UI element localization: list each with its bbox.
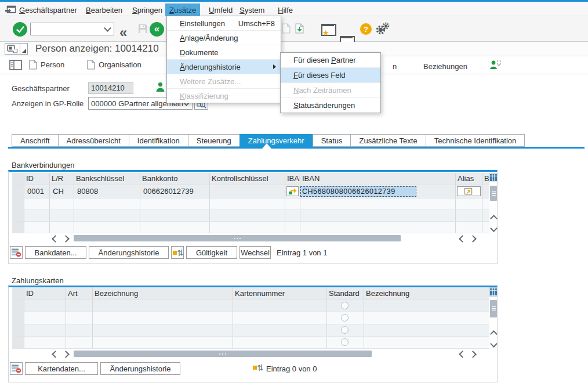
- bankdaten-button[interactable]: Bankdaten...: [25, 246, 86, 259]
- bank-cell-bankschluessel[interactable]: 80808: [75, 185, 98, 198]
- bank-col-bankkonto[interactable]: Bankkonto: [140, 173, 209, 185]
- menubar-item-umfeld[interactable]: Umfeld: [209, 6, 233, 15]
- tab-identifikation[interactable]: Identifikation: [129, 134, 188, 147]
- gueltigkeit-button[interactable]: Gültigkeit: [186, 246, 237, 259]
- help-button[interactable]: ?: [360, 23, 372, 35]
- corner-triangle-icon: [22, 49, 26, 53]
- bank-cell-lr[interactable]: CH: [50, 185, 64, 198]
- wechsel-button[interactable]: Wechsel: [239, 246, 271, 259]
- menubar-item-system[interactable]: System: [239, 6, 264, 15]
- bank-col-lr[interactable]: L/R: [49, 173, 74, 185]
- cards-hscroll-left-2[interactable]: [458, 350, 467, 358]
- bank-col-bank[interactable]: Bank: [482, 173, 489, 185]
- cards-table-config-button[interactable]: [489, 287, 498, 297]
- bank-col-iban[interactable]: IBAN: [300, 173, 455, 185]
- partner-field[interactable]: 10014210: [88, 82, 133, 94]
- download-button[interactable]: [295, 23, 304, 35]
- bank-selection-column[interactable]: [12, 173, 24, 233]
- app-toolbar-item-person[interactable]: Person: [29, 60, 64, 70]
- cards-col-id[interactable]: ID: [24, 287, 66, 299]
- menu-item-anlage-aenderung[interactable]: Anlage/Änderung: [167, 31, 281, 45]
- switch-partner-button[interactable]: [489, 59, 502, 72]
- bank-aenderungshistorie-button[interactable]: Änderungshistorie: [89, 246, 169, 259]
- bank-vscroll-up[interactable]: [489, 214, 498, 223]
- bank-hscroll-thumb[interactable]: [74, 235, 401, 241]
- menu-item-dokumente[interactable]: Dokumente: [167, 45, 281, 60]
- exit-button[interactable]: «: [150, 22, 164, 37]
- command-field[interactable]: [30, 23, 114, 35]
- app-toolbar-item-organisation[interactable]: Organisation: [87, 60, 141, 70]
- cards-col-art[interactable]: Art: [66, 287, 92, 299]
- customize-button[interactable]: [375, 22, 390, 37]
- bank-col-bankschluessel[interactable]: Bankschlüssel: [74, 173, 140, 185]
- standard-radio[interactable]: [341, 338, 349, 346]
- tab-status[interactable]: Status: [313, 134, 351, 147]
- bank-col-alias[interactable]: Alias: [455, 173, 482, 185]
- back-button[interactable]: «: [119, 26, 127, 39]
- cards-vscroll-down[interactable]: [489, 339, 498, 348]
- cards-vscroll-thumb[interactable]: [490, 300, 497, 317]
- tab-technische-identifikation[interactable]: Technische Identifikation: [426, 134, 525, 147]
- cards-hscroll-thumb[interactable]: [74, 351, 372, 357]
- bank-hscroll-left[interactable]: [50, 234, 60, 243]
- bank-table-config-button[interactable]: [489, 173, 498, 182]
- app-toolbar-item-label: Organisation: [99, 60, 141, 69]
- save-button[interactable]: [138, 24, 148, 35]
- iban-value-cell[interactable]: CH5680808006626012739: [300, 186, 416, 197]
- menubar-item-hilfe[interactable]: Hilfe: [278, 6, 293, 15]
- bank-cell-bankkonto[interactable]: 006626012739: [141, 185, 194, 198]
- cards-hscroll-left[interactable]: [50, 350, 60, 358]
- standard-radio[interactable]: [341, 302, 349, 309]
- sap-session-icon[interactable]: [5, 5, 16, 16]
- cards-col-bezeichnung-2[interactable]: Bezeichnung: [364, 287, 489, 299]
- cards-vscroll-up[interactable]: [489, 329, 498, 338]
- favorites-window-button[interactable]: ★: [321, 24, 336, 36]
- bank-vscroll-down[interactable]: [489, 223, 498, 233]
- locator-button[interactable]: [9, 60, 22, 72]
- enter-button[interactable]: [13, 22, 27, 37]
- bank-hscroll-right[interactable]: [61, 234, 70, 243]
- kartendaten-button[interactable]: Kartendaten...: [25, 362, 98, 375]
- tab-zahlungsverkehr[interactable]: Zahlungsverkehr: [239, 134, 313, 147]
- alias-button[interactable]: [457, 186, 481, 196]
- print-button[interactable]: [282, 23, 291, 35]
- cards-selection-column[interactable]: [12, 287, 24, 348]
- services-for-object-button[interactable]: [5, 43, 20, 55]
- app-toolbar-item-beziehungen[interactable]: Beziehungen: [423, 62, 467, 71]
- tab-zusaetzliche-texte[interactable]: Zusätzliche Texte: [350, 134, 426, 147]
- bank-col-kontrollschluessel[interactable]: Kontrollschlüssel: [209, 173, 285, 185]
- tab-adressuebersicht[interactable]: Adressübersicht: [58, 134, 129, 147]
- bank-cell-id[interactable]: 0001: [25, 185, 44, 198]
- bank-col-id[interactable]: ID: [24, 173, 49, 185]
- bank-delete-row-button[interactable]: [10, 246, 23, 259]
- bank-col-iban-button[interactable]: IBAN: [285, 173, 300, 185]
- bank-hscroll-left-2[interactable]: [458, 234, 467, 243]
- standard-radio[interactable]: [341, 326, 349, 334]
- title-menu-dropdown-button[interactable]: [20, 43, 28, 55]
- tab-anschrift[interactable]: Anschrift: [12, 134, 59, 147]
- tab-steuerung[interactable]: Steuerung: [188, 134, 240, 147]
- bank-vscroll-thumb[interactable]: [490, 186, 497, 201]
- menubar-item-zusaetze[interactable]: Zusätze: [165, 3, 200, 17]
- cards-sort-icon[interactable]: [252, 363, 263, 374]
- menubar-item-bearbeiten[interactable]: Bearbeiten: [86, 6, 122, 15]
- standard-radio[interactable]: [341, 314, 349, 322]
- menu-item-aenderungshistorie[interactable]: Änderungshistorie: [167, 60, 281, 74]
- menu-item-einstellungen[interactable]: Einstellungen Umsch+F8: [167, 16, 281, 31]
- bank-hscroll-right-2[interactable]: [468, 234, 477, 243]
- submenu-item-statusaenderungen[interactable]: Statusänderungen: [281, 98, 380, 113]
- submenu-item-fuer-dieses-feld[interactable]: Für dieses Feld: [281, 68, 380, 83]
- cards-col-kartennummer[interactable]: Kartennummer: [233, 287, 326, 299]
- cards-col-standard[interactable]: Standard: [326, 287, 364, 299]
- menubar-item-geschaeftspartner[interactable]: Geschäftspartner: [19, 6, 77, 15]
- cards-hscroll-right[interactable]: [61, 350, 70, 358]
- iban-detail-button[interactable]: [286, 186, 299, 196]
- submenu-item-fuer-diesen-partner[interactable]: Für diesen Partner: [281, 53, 380, 68]
- cards-aenderungshistorie-button[interactable]: Änderungshistorie: [100, 362, 180, 375]
- menubar-item-springen[interactable]: Springen: [132, 6, 162, 15]
- cards-hscroll-right-2[interactable]: [468, 350, 477, 358]
- bank-sort-button[interactable]: [171, 246, 184, 259]
- cards-delete-row-button[interactable]: [10, 362, 23, 375]
- app-toolbar-item-partial-label[interactable]: n: [393, 62, 397, 71]
- cards-col-bezeichnung[interactable]: Bezeichnung: [92, 287, 233, 299]
